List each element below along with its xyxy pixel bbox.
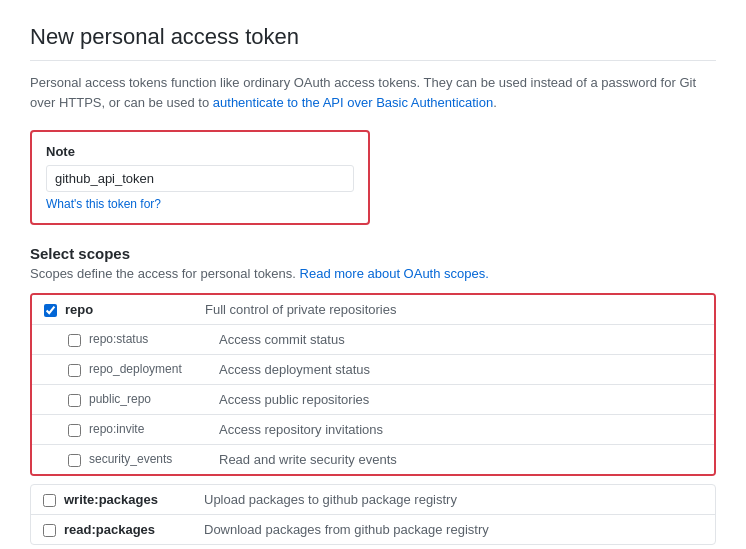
scopes-desc: Scopes define the access for personal to… [30,266,716,281]
packages-scope-box: write:packages Upload packages to github… [30,484,716,545]
note-input[interactable] [46,165,354,192]
scope-desc-repo-deployment: Access deployment status [219,362,702,377]
scope-name-public-repo: public_repo [89,392,219,406]
scope-name-repo: repo [65,302,205,317]
scope-checkbox-read-packages[interactable] [43,524,56,537]
page-title: New personal access token [30,24,716,61]
scope-name-repo-invite: repo:invite [89,422,219,436]
scope-row-repo-status: repo:status Access commit status [32,325,714,355]
packages-section: write:packages Upload packages to github… [30,484,716,545]
scope-row-repo-deployment: repo_deployment Access deployment status [32,355,714,385]
note-section: Note What's this token for? [30,130,370,225]
scope-name-repo-status: repo:status [89,332,219,346]
scope-name-repo-deployment: repo_deployment [89,362,219,376]
scope-desc-repo-status: Access commit status [219,332,702,347]
scope-name-write-packages: write:packages [64,492,204,507]
scope-desc-public-repo: Access public repositories [219,392,702,407]
scopes-title: Select scopes [30,245,716,262]
scope-desc-repo-invite: Access repository invitations [219,422,702,437]
intro-text: Personal access tokens function like ord… [30,73,716,112]
note-hint[interactable]: What's this token for? [46,197,354,211]
note-label: Note [46,144,354,159]
scope-row-repo-invite: repo:invite Access repository invitation… [32,415,714,445]
scope-desc-write-packages: Upload packages to github package regist… [204,492,703,507]
scope-checkbox-repo-invite[interactable] [68,424,81,437]
scope-checkbox-repo[interactable] [44,304,57,317]
scope-checkbox-repo-deployment[interactable] [68,364,81,377]
scope-name-read-packages: read:packages [64,522,204,537]
scope-row-security-events: security_events Read and write security … [32,445,714,474]
scope-desc-security-events: Read and write security events [219,452,702,467]
scope-row-repo: repo Full control of private repositorie… [32,295,714,325]
scope-row-public-repo: public_repo Access public repositories [32,385,714,415]
scope-checkbox-public-repo[interactable] [68,394,81,407]
scope-checkbox-security-events[interactable] [68,454,81,467]
read-more-link[interactable]: Read more about OAuth scopes. [300,266,489,281]
scope-checkbox-write-packages[interactable] [43,494,56,507]
scope-row-write-packages: write:packages Upload packages to github… [31,485,715,515]
intro-link[interactable]: authenticate to the API over Basic Authe… [213,95,493,110]
scope-name-security-events: security_events [89,452,219,466]
scope-row-read-packages: read:packages Download packages from git… [31,515,715,544]
repo-scope-section: repo Full control of private repositorie… [30,293,716,476]
scope-desc-read-packages: Download packages from github package re… [204,522,703,537]
scope-checkbox-repo-status[interactable] [68,334,81,347]
scope-desc-repo: Full control of private repositories [205,302,702,317]
